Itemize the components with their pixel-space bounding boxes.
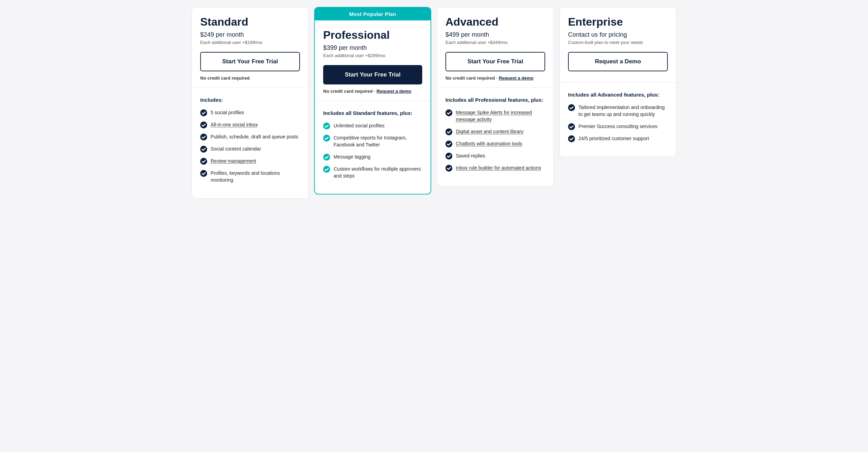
feature-text: Publish, schedule, draft and queue posts <box>211 133 298 140</box>
plan-price-enterprise: Contact us for pricing <box>568 31 668 38</box>
feature-item: 24/5 prioritized customer support <box>568 135 668 142</box>
plan-card-standard: Standard$249 per monthEach additional us… <box>192 7 309 199</box>
feature-text: Digital asset and content library <box>456 128 523 135</box>
feature-text: Tailored implementation and onboarding t… <box>578 104 668 118</box>
svg-point-15 <box>568 104 575 111</box>
no-cc-professional: No credit card required · Request a demo <box>323 89 422 94</box>
plan-features-standard: Includes: 5 social profiles All-in-one s… <box>192 88 308 198</box>
features-heading-enterprise: Includes all Advanced features, plus: <box>568 91 668 98</box>
svg-point-2 <box>200 134 207 141</box>
feature-item: Profiles, keywords and locations monitor… <box>200 170 300 184</box>
plan-price-professional: $399 per month <box>323 44 422 52</box>
check-icon <box>445 153 452 160</box>
plan-features-enterprise: Includes all Advanced features, plus: Ta… <box>560 83 676 157</box>
feature-text: Message tagging <box>334 153 371 160</box>
svg-point-3 <box>200 146 207 153</box>
check-icon <box>200 109 207 116</box>
no-cc-advanced: No credit card required · Request a demo <box>445 75 545 81</box>
check-icon <box>568 104 575 111</box>
plan-header-enterprise: EnterpriseContact us for pricingCustom-b… <box>560 7 676 83</box>
feature-text: Inbox rule builder for automated actions <box>456 164 541 171</box>
svg-point-11 <box>445 128 452 135</box>
check-icon <box>323 135 330 142</box>
plan-name-standard: Standard <box>200 16 300 28</box>
plan-card-professional: Most Popular PlanProfessional$399 per mo… <box>314 7 431 195</box>
check-icon <box>200 158 207 165</box>
feature-text: Custom workflows for multiple approvers … <box>334 165 422 180</box>
feature-text: Message Spike Alerts for increased messa… <box>456 109 545 123</box>
svg-point-12 <box>445 141 452 147</box>
features-heading-standard: Includes: <box>200 96 300 103</box>
check-icon <box>445 165 452 172</box>
pricing-grid: Standard$249 per monthEach additional us… <box>192 7 676 199</box>
feature-item: Digital asset and content library <box>445 128 545 135</box>
check-icon <box>200 146 207 153</box>
feature-text: All-in-one social inbox <box>211 121 258 128</box>
feature-item: Chatbots with automation tools <box>445 140 545 147</box>
feature-text: Saved replies <box>456 152 485 159</box>
plan-features-advanced: Includes all Professional features, plus… <box>437 88 553 186</box>
plan-header-advanced: Advanced$499 per monthEach additional us… <box>437 7 553 88</box>
cta-button-advanced[interactable]: Start Your Free Trial <box>445 52 545 71</box>
check-icon <box>323 154 330 161</box>
svg-point-17 <box>568 135 575 142</box>
feature-item: Saved replies <box>445 152 545 160</box>
feature-item: Inbox rule builder for automated actions <box>445 164 545 172</box>
feature-item: Publish, schedule, draft and queue posts <box>200 133 300 141</box>
check-icon <box>445 109 452 116</box>
feature-item: Unlimited social profiles <box>323 122 422 129</box>
cta-button-standard[interactable]: Start Your Free Trial <box>200 52 300 71</box>
feature-item: Social content calendar <box>200 145 300 153</box>
svg-point-10 <box>445 109 452 116</box>
feature-text: Unlimited social profiles <box>334 122 384 129</box>
check-icon <box>200 170 207 177</box>
check-icon <box>200 134 207 141</box>
plan-name-enterprise: Enterprise <box>568 16 668 28</box>
svg-point-4 <box>200 158 207 165</box>
plan-name-professional: Professional <box>323 29 422 42</box>
feature-text: Chatbots with automation tools <box>456 140 522 147</box>
cta-button-professional[interactable]: Start Your Free Trial <box>323 65 422 84</box>
feature-item: Competitive reports for Instagram, Faceb… <box>323 134 422 148</box>
feature-item: Tailored implementation and onboarding t… <box>568 104 668 118</box>
plan-features-professional: Includes all Standard features, plus: Un… <box>315 101 431 194</box>
plan-additional-professional: Each additional user +$299/mo <box>323 53 422 58</box>
request-demo-link-advanced[interactable]: Request a demo <box>499 75 533 81</box>
plan-name-advanced: Advanced <box>445 16 545 28</box>
feature-text: Profiles, keywords and locations monitor… <box>211 170 300 184</box>
feature-text: Review management <box>211 157 256 164</box>
svg-point-8 <box>323 154 330 161</box>
svg-point-14 <box>445 165 452 172</box>
check-icon <box>200 121 207 128</box>
no-cc-standard: No credit card required <box>200 75 300 81</box>
plan-additional-enterprise: Custom-built plan to meet your needs <box>568 40 668 45</box>
check-icon <box>323 123 330 129</box>
plan-price-standard: $249 per month <box>200 31 300 38</box>
features-heading-advanced: Includes all Professional features, plus… <box>445 96 545 103</box>
request-demo-link-professional[interactable]: Request a demo <box>377 89 411 94</box>
svg-point-7 <box>323 135 330 142</box>
feature-item: Message tagging <box>323 153 422 161</box>
feature-item: Premier Success consulting services <box>568 123 668 130</box>
check-icon <box>445 128 452 135</box>
feature-item: Message Spike Alerts for increased messa… <box>445 109 545 123</box>
features-heading-professional: Includes all Standard features, plus: <box>323 109 422 117</box>
check-icon <box>445 141 452 147</box>
plan-header-professional: Professional$399 per monthEach additiona… <box>315 20 431 101</box>
feature-item: Review management <box>200 157 300 165</box>
svg-point-5 <box>200 170 207 177</box>
plan-price-advanced: $499 per month <box>445 31 545 38</box>
cta-button-enterprise[interactable]: Request a Demo <box>568 52 668 71</box>
svg-point-9 <box>323 166 330 173</box>
check-icon <box>323 166 330 173</box>
feature-text: Social content calendar <box>211 145 261 152</box>
plan-card-advanced: Advanced$499 per monthEach additional us… <box>437 7 554 187</box>
svg-point-6 <box>323 123 330 129</box>
plan-additional-standard: Each additional user +$199/mo <box>200 40 300 45</box>
check-icon <box>568 135 575 142</box>
svg-point-13 <box>445 153 452 160</box>
svg-point-0 <box>200 109 207 116</box>
plan-card-enterprise: EnterpriseContact us for pricingCustom-b… <box>559 7 676 157</box>
plan-header-standard: Standard$249 per monthEach additional us… <box>192 7 308 88</box>
feature-text: Competitive reports for Instagram, Faceb… <box>334 134 422 148</box>
